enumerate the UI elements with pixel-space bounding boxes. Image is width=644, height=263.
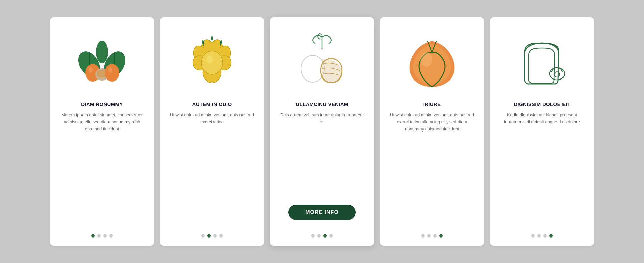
card-1-icon-area (72, 28, 132, 95)
card-3-body: Duis autem vel eum iriure dolor in hendr… (279, 112, 365, 199)
card-4-body: Ut wisi enim ad minim veniam, quis nostr… (389, 112, 475, 228)
card-5-dots (531, 228, 553, 238)
dot-5-2 (543, 234, 547, 238)
card-5-icon-area (512, 28, 572, 95)
dot-1-3 (109, 234, 113, 238)
card-5-body: Kodio dignissim qui blandit praesent lup… (499, 112, 585, 228)
dot-3-0 (311, 234, 315, 238)
dot-4-2 (433, 234, 437, 238)
dot-4-0 (421, 234, 425, 238)
dot-3-3 (329, 234, 333, 238)
card-4-dots (421, 228, 443, 238)
card-2-body: Ut wisi enim ad minim veniam, quis nostr… (169, 112, 255, 228)
card-2: AUTEM IN ODIO Ut wisi enim ad minim veni… (160, 17, 264, 246)
card-2-icon-area (182, 28, 242, 95)
dot-2-2 (213, 234, 217, 238)
more-info-button[interactable]: MORE INFO (288, 205, 356, 220)
dot-4-1 (427, 234, 431, 238)
dot-2-3 (219, 234, 223, 238)
card-1-title: DIAM NONUMMY (81, 101, 123, 107)
card-1-dots (91, 228, 113, 238)
nuts-leaves-icon (75, 33, 129, 90)
card-4-title: IRIURE (423, 101, 441, 107)
dot-1-2 (103, 234, 107, 238)
svg-point-16 (420, 52, 432, 67)
dot-5-0 (531, 234, 535, 238)
svg-point-11 (201, 51, 223, 74)
bread-egg-icon (515, 34, 569, 89)
cards-container: DIAM NONUMMY Morem ipsum dolor sit amet,… (30, 4, 614, 259)
card-2-title: AUTEM IN ODIO (192, 101, 232, 107)
card-4: IRIURE Ut wisi enim ad minim veniam, qui… (380, 17, 484, 246)
card-5: DIGNISSIM DOLOE EIT Kodio dignissim qui … (490, 17, 594, 246)
dot-2-0 (201, 234, 205, 238)
card-4-icon-area (402, 28, 462, 95)
onion-icon (404, 33, 461, 90)
dot-4-3 (439, 234, 443, 238)
card-2-dots (201, 228, 223, 238)
nuts-plant-icon (295, 32, 349, 91)
dot-5-1 (537, 234, 541, 238)
artichoke-icon (187, 33, 237, 90)
card-3: ULLAMCING VENIAM Duis autem vel eum iriu… (270, 17, 374, 246)
svg-point-18 (554, 72, 560, 77)
card-1: DIAM NONUMMY Morem ipsum dolor sit amet,… (50, 17, 154, 246)
card-1-body: Morem ipsum dolor sit amet, consectetuer… (59, 112, 145, 228)
svg-point-12 (206, 55, 213, 63)
dot-3-2 (323, 234, 327, 238)
dot-5-3 (549, 234, 553, 238)
card-3-title: ULLAMCING VENIAM (296, 101, 348, 107)
svg-point-9 (89, 67, 93, 73)
card-3-dots (311, 228, 333, 238)
dot-1-0 (91, 234, 95, 238)
dot-1-1 (97, 234, 101, 238)
svg-point-17 (550, 68, 565, 80)
svg-point-8 (105, 64, 119, 82)
dot-3-1 (317, 234, 321, 238)
svg-point-10 (108, 67, 112, 73)
dot-2-1 (207, 234, 211, 238)
card-3-icon-area (292, 28, 352, 95)
card-5-title: DIGNISSIM DOLOE EIT (514, 101, 570, 107)
